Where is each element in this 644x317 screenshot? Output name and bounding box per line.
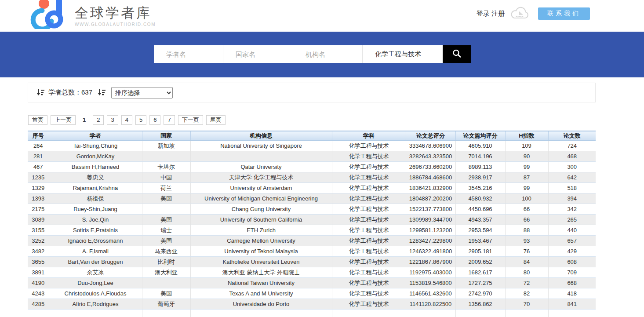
sort-amount-desc-icon-2[interactable] [98,89,106,96]
brand-title: 全球学者库 [75,6,156,21]
results-toolbar: 学者总数：637 排序选择 [28,83,596,102]
table-row[interactable]: 1393杨祖保美国University of Michigan Chemical… [28,193,596,204]
column-header-paper-count: 论文数 [548,131,596,141]
page-button-4[interactable]: 4 [121,115,132,125]
cell-total-score: 1522137.773800 [406,204,455,215]
first-page-button[interactable]: 首页 [28,115,47,125]
cell-rank: 3252 [28,236,49,246]
table-row[interactable]: 1235姜忠义中国天津大学 化学工程与技术化学工程与技术1886784.4686… [28,172,596,183]
table-row[interactable]: 3891余艾冰澳大利亚澳大利亚 蒙纳士大学 外籍院士化学工程与技术1192975… [28,267,596,278]
sort-select[interactable]: 排序选择 [111,87,173,98]
discipline-input[interactable] [363,45,443,63]
cell-total-score: 1153819.546800 [406,278,455,288]
total-scholars-label: 学者总数： [48,88,81,96]
cell-discipline: 化学工程与技术 [332,288,406,299]
cell-discipline: 化学工程与技术 [332,151,406,162]
institution-name-input[interactable] [293,45,363,63]
cell-scholar: Gordon,McKay [49,151,142,162]
scholars-table: 序号学者国家机构信息学科论文总评分论文篇均评分H指数论文数 264Tai-Shu… [28,131,596,317]
column-header-scholar: 学者 [49,131,142,141]
table-row[interactable]: 467Bassim H,Hameed卡塔尔Qatar University化学工… [28,162,596,172]
cell-avg-score: 4943.357 [455,215,505,225]
page-button-7[interactable]: 7 [164,115,175,125]
cell-scholar: Alírio E,Rodrigues [49,299,142,310]
site-logo[interactable]: 全球学者库 WWW.GLOBALAUTHORID.COM [29,0,156,29]
cell-rank: 4243 [28,288,49,299]
page-button-6[interactable]: 6 [149,115,160,125]
cell-total-score: 1299581.123200 [406,225,455,236]
table-row[interactable]: 3155Sotiris E,Pratsinis瑞士ETH Zurich化学工程与… [28,225,596,236]
table-row[interactable]: 2175Ruey-Shin,JuangChang Gung University… [28,204,596,215]
cell-scholar: Bassim H,Hameed [49,162,142,172]
cell-scholar: 余艾冰 [49,267,142,278]
cell-paper-count: 429 [548,246,596,257]
cell-h-index: 84 [505,257,548,267]
cell-avg-score: 3545.216 [455,183,505,193]
cell-avg-score: 4605.910 [455,141,505,151]
cell-institution: Texas A and M University [190,288,332,299]
register-link[interactable]: 注册 [491,10,505,17]
page-button-3[interactable]: 3 [107,115,118,125]
cell-country [142,278,190,288]
cell-country: 葡萄牙 [142,299,190,310]
cell-country: 美国 [142,236,190,246]
login-link[interactable]: 登录 [477,10,490,17]
table-row[interactable]: 281Gordon,McKay化学工程与技术3282643.3235007014… [28,151,596,162]
cell-institution: University of Amsterdam [190,183,332,193]
page-button-5[interactable]: 5 [135,115,146,125]
cell-country: 美国 [142,288,190,299]
cell-institution: National University of Singapore [190,141,332,151]
cell-institution: Universidade do Porto [190,299,332,310]
cell-h-index: 109 [505,141,548,151]
cell-scholar: Christodoulos A,Floudas [49,288,142,299]
cell-discipline: 化学工程与技术 [332,299,406,310]
search-button[interactable] [443,45,471,63]
cell-total-score: 3282643.323500 [406,151,455,162]
cell-avg-score: 7014.196 [455,151,505,162]
sort-amount-desc-icon[interactable] [36,89,44,96]
cell-rank: 3891 [28,267,49,278]
cell-discipline: 化学工程与技术 [332,193,406,204]
cell-rank: 467 [28,162,49,172]
cell-scholar: 姜忠义 [49,172,142,183]
cell-rank: 2175 [28,204,49,215]
table-row[interactable]: 3655Bart,Van der Bruggen比利时Katholieke Un… [28,257,596,267]
cell-h-index: 87 [505,172,548,183]
cell-avg-score: 4580.932 [455,193,505,204]
cell-paper-count: 394 [548,193,596,204]
cell-paper-count: 418 [548,288,596,299]
country-name-input[interactable] [223,45,293,63]
contact-us-button[interactable]: 联系我们 [538,7,590,20]
cell-institution: Carnegie Mellon University [190,236,332,246]
table-row[interactable]: 4190Duu-Jong,LeeNational Taiwan Universi… [28,278,596,288]
cell-h-index: 76 [505,246,548,257]
cell-scholar: Duu-Jong,Lee [49,278,142,288]
scholar-name-input[interactable] [154,45,223,63]
cell-institution: 澳大利亚 蒙纳士大学 外籍院士 [190,267,332,278]
cell-total-score: 1804887.200200 [406,193,455,204]
table-row[interactable]: 4243Christodoulos A,Floudas美国Texas A and… [28,288,596,299]
table-row[interactable]: 3482A. F,Ismail马来西亚University of Teknol … [28,246,596,257]
table-row[interactable]: 4285Alírio E,Rodrigues葡萄牙Universidade do… [28,299,596,310]
cell-avg-score: 1727.275 [455,278,505,288]
cell-country: 新加坡 [142,141,190,151]
table-row[interactable]: 3252Ignacio E,Grossmann美国Carnegie Mellon… [28,236,596,246]
cell-country: 澳大利亚 [142,267,190,278]
cell-h-index: 72 [505,278,548,288]
page-button-1[interactable]: 1 [79,115,90,125]
last-page-button[interactable]: 尾页 [206,115,226,125]
header-actions: 登录 注册 联系我们 [477,0,590,27]
table-row[interactable]: 1329Rajamani,Krishna荷兰University of Amst… [28,183,596,193]
table-row[interactable]: 3089S. Joe,Qin美国University of Southern C… [28,215,596,225]
cell-total-score: 3334678.606900 [406,141,455,151]
page-button-2[interactable]: 2 [93,115,104,125]
cell-paper-count: 342 [548,204,596,215]
cell-total-score: 1192975.403000 [406,267,455,278]
total-scholars-text: 学者总数：637 [48,88,92,97]
cell-scholar: A. F,Ismail [49,246,142,257]
cell-discipline: 化学工程与技术 [332,278,406,288]
table-row[interactable]: 264Tai-Shung,Chung新加坡National University… [28,141,596,151]
next-page-button[interactable]: 下一页 [178,115,203,125]
cell-paper-count: 518 [548,183,596,193]
prev-page-button[interactable]: 上一页 [51,115,76,125]
